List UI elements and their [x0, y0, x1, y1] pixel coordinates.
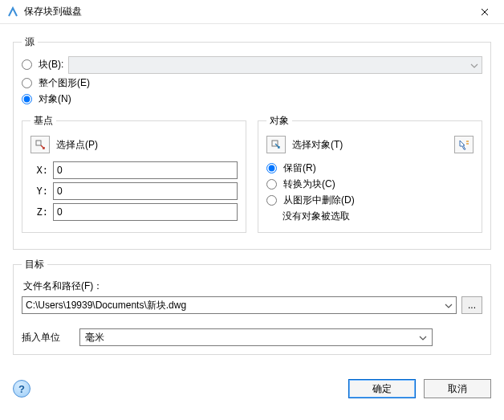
x-input[interactable] — [53, 161, 238, 179]
radio-delete[interactable]: 从图形中删除(D) — [266, 194, 474, 207]
cancel-button[interactable]: 取消 — [424, 379, 491, 398]
source-legend: 源 — [22, 35, 38, 49]
pick-point-label: 选择点(P) — [56, 138, 98, 152]
target-group: 目标 文件名和路径(F)： C:\Users\19939\Documents\新… — [13, 258, 491, 355]
close-button[interactable] — [466, 0, 502, 24]
radio-retain-input[interactable] — [266, 163, 277, 173]
help-button[interactable]: ? — [13, 380, 30, 398]
path-combo[interactable]: C:\Users\19939\Documents\新块.dwg — [22, 296, 457, 314]
ok-button[interactable]: 确定 — [348, 379, 416, 398]
path-label: 文件名和路径(F)： — [23, 279, 482, 293]
window-title: 保存块到磁盘 — [24, 5, 466, 18]
path-value: C:\Users\19939\Documents\新块.dwg — [26, 299, 186, 312]
radio-objects-label: 对象(N) — [39, 92, 71, 106]
chevron-down-icon — [419, 332, 427, 343]
radio-retain[interactable]: 保留(R) — [266, 161, 474, 175]
basepoint-legend: 基点 — [30, 114, 56, 128]
select-objects-label: 选择对象(T) — [292, 138, 343, 152]
z-input[interactable] — [53, 203, 238, 221]
unit-value: 毫米 — [85, 331, 104, 345]
no-objects-text: 没有对象被选取 — [282, 210, 474, 223]
titlebar: 保存块到磁盘 — [0, 0, 504, 24]
radio-convert-label: 转换为块(C) — [283, 177, 335, 191]
select-objects-button[interactable] — [266, 136, 286, 153]
unit-label: 插入单位 — [22, 331, 60, 345]
radio-block[interactable]: 块(B): — [22, 58, 63, 71]
radio-convert[interactable]: 转换为块(C) — [266, 177, 474, 191]
radio-convert-input[interactable] — [266, 179, 277, 190]
target-legend: 目标 — [22, 258, 47, 271]
source-group: 源 块(B): 整个图形(E) 对象(N) 基点 — [13, 35, 491, 250]
z-label: Z: — [30, 206, 48, 218]
y-input[interactable] — [53, 182, 238, 200]
objects-group: 对象 选择对象(T) 保留(R) — [258, 114, 482, 233]
radio-objects-input[interactable] — [22, 94, 32, 104]
radio-delete-input[interactable] — [266, 195, 277, 206]
basepoint-group: 基点 选择点(P) X: Y: Z: — [22, 114, 246, 233]
chevron-down-icon — [470, 59, 478, 71]
pick-point-button[interactable] — [30, 136, 50, 153]
radio-block-input[interactable] — [22, 59, 32, 70]
unit-combo[interactable]: 毫米 — [79, 328, 433, 346]
x-label: X: — [30, 165, 48, 176]
radio-objects[interactable]: 对象(N) — [22, 92, 482, 106]
radio-delete-label: 从图形中删除(D) — [283, 194, 355, 207]
radio-drawing-label: 整个图形(E) — [39, 76, 90, 90]
block-combo[interactable] — [68, 56, 482, 74]
app-icon — [6, 6, 19, 18]
y-label: Y: — [30, 186, 48, 197]
quick-select-button[interactable] — [454, 136, 474, 153]
ellipsis-icon: ... — [468, 300, 476, 311]
footer: ? 确定 取消 — [0, 373, 504, 405]
radio-block-label: 块(B): — [39, 58, 63, 71]
radio-drawing[interactable]: 整个图形(E) — [22, 76, 482, 90]
help-icon: ? — [18, 383, 25, 395]
radio-drawing-input[interactable] — [22, 78, 32, 88]
chevron-down-icon — [445, 301, 453, 310]
browse-button[interactable]: ... — [461, 296, 482, 314]
objects-legend: 对象 — [266, 114, 292, 128]
svg-rect-0 — [36, 141, 41, 145]
radio-retain-label: 保留(R) — [283, 161, 316, 175]
